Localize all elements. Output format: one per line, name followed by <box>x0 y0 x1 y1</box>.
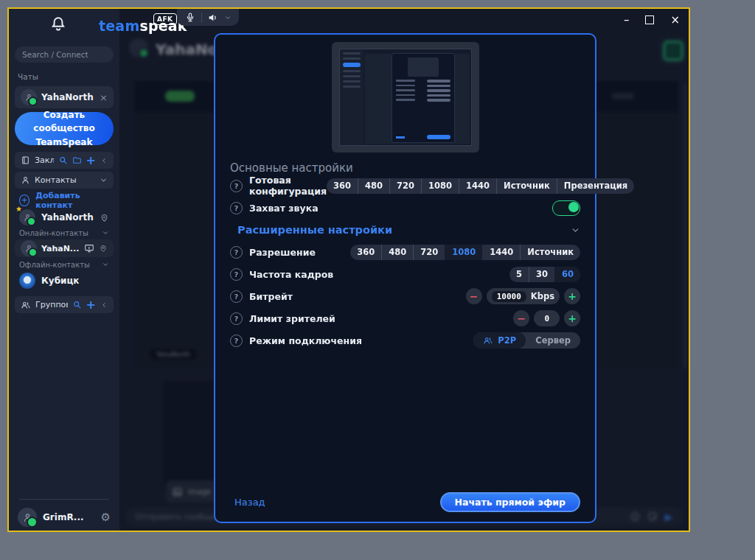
help-icon[interactable] <box>230 268 243 281</box>
online-contacts-header[interactable]: Онлайн-контакты <box>15 228 114 238</box>
bitrate-unit: Kbps <box>531 291 554 301</box>
chevron-down-icon[interactable] <box>224 14 232 21</box>
afk-status-badge[interactable]: AFK <box>153 13 177 25</box>
offline-contacts-header[interactable]: Офлайн-контакты <box>15 259 114 270</box>
screen-share-icon[interactable] <box>84 243 94 253</box>
avatar <box>21 240 37 256</box>
microphone-icon[interactable] <box>184 12 196 24</box>
close-chat-icon[interactable]: × <box>100 92 108 103</box>
audio-capture-toggle[interactable] <box>552 200 580 216</box>
spacer <box>230 351 580 492</box>
notifications-bell-icon[interactable] <box>49 15 68 34</box>
preview-modal <box>392 53 455 143</box>
location-pin-icon[interactable] <box>100 213 109 223</box>
limit-increase-button[interactable]: + <box>564 310 580 326</box>
create-community-button[interactable]: Создать сообщество TeamSpeak <box>15 112 114 145</box>
preset-row: Готовая конфигурация 360 480 720 1080 14… <box>230 175 580 197</box>
online-status-dot <box>27 517 38 528</box>
online-status-dot <box>28 97 38 106</box>
avatar <box>18 508 37 527</box>
preset-option-360[interactable]: 360 <box>327 178 358 194</box>
preset-option-1080[interactable]: 1080 <box>421 178 459 194</box>
groups-row[interactable]: Группов... + <box>15 296 114 313</box>
mode-option-server[interactable]: Сервер <box>526 332 580 349</box>
resolution-option-720[interactable]: 720 <box>413 245 445 260</box>
avatar <box>21 89 37 105</box>
contact-item-favorite[interactable]: ★ YahaNorth <box>15 209 114 226</box>
help-icon[interactable] <box>230 335 243 347</box>
limit-decrease-button[interactable]: − <box>513 310 529 326</box>
contacts-row[interactable]: Контакты <box>15 172 114 189</box>
add-bookmark-icon[interactable]: + <box>86 153 96 167</box>
connection-mode-label: Режим подключения <box>249 335 362 346</box>
help-icon[interactable] <box>230 202 243 214</box>
close-button[interactable]: × <box>670 15 680 25</box>
contact-item-offline[interactable]: Кубицк <box>15 271 114 290</box>
app-window: teamspeak AFK – × YahaNorth YahaNorth <box>7 7 690 532</box>
preset-option-720[interactable]: 720 <box>389 178 421 194</box>
online-header-label: Онлайн-контакты <box>19 229 88 237</box>
help-icon[interactable] <box>230 246 243 259</box>
bookmarks-row[interactable]: Закл... + <box>15 152 114 169</box>
fps-option-5[interactable]: 5 <box>509 267 529 282</box>
bitrate-value-pill: 10000 Kbps <box>487 288 560 304</box>
start-stream-button[interactable]: Начать прямой эфир <box>440 492 580 512</box>
help-icon[interactable] <box>230 180 243 192</box>
collapse-icon[interactable] <box>100 157 108 164</box>
fps-options: 5 30 60 <box>509 267 580 282</box>
chat-item-yahanorth[interactable]: YahaNorth × <box>15 86 114 108</box>
search-icon[interactable] <box>58 155 68 165</box>
audio-capture-label: Захват звука <box>249 203 319 214</box>
chevron-down-icon[interactable] <box>102 261 109 268</box>
avatar <box>19 273 35 289</box>
preset-option-1440[interactable]: 1440 <box>459 178 496 194</box>
advanced-settings-header[interactable]: Расширенные настройки <box>230 219 580 241</box>
resolution-option-1080-selected[interactable]: 1080 <box>445 245 482 260</box>
search-icon[interactable] <box>72 300 82 309</box>
modal-footer: Назад Начать прямой эфир <box>230 492 580 512</box>
audio-capture-row: Захват звука <box>230 197 580 219</box>
contacts-icon <box>21 175 30 185</box>
fps-option-30[interactable]: 30 <box>529 267 554 282</box>
bitrate-increase-button[interactable]: + <box>564 288 580 304</box>
add-group-icon[interactable]: + <box>86 298 96 312</box>
search-input[interactable]: Search / Connect <box>15 46 114 63</box>
current-user-row[interactable]: GrimR... ⚙ <box>15 505 114 529</box>
chat-name: YahaNorth <box>41 92 94 102</box>
add-contact-button[interactable]: + Добавить контакт <box>15 193 114 208</box>
preset-option-480[interactable]: 480 <box>358 178 389 194</box>
speaker-icon[interactable] <box>207 12 219 24</box>
chevron-down-icon[interactable] <box>102 229 109 237</box>
help-icon[interactable] <box>230 290 243 303</box>
chevron-down-icon[interactable] <box>571 225 580 235</box>
gear-icon[interactable]: ⚙ <box>101 511 111 524</box>
mode-option-p2p-selected[interactable]: P2P <box>473 332 526 349</box>
back-link[interactable]: Назад <box>234 497 265 508</box>
fps-label: Частота кадров <box>249 269 333 280</box>
maximize-button[interactable] <box>645 15 654 24</box>
minimize-button[interactable]: – <box>624 15 630 25</box>
preset-option-presentation[interactable]: Презентация <box>557 178 634 194</box>
resolution-option-360[interactable]: 360 <box>350 245 381 260</box>
resolution-option-source[interactable]: Источник <box>520 245 580 260</box>
preset-option-source[interactable]: Источник <box>496 178 557 194</box>
folder-icon[interactable] <box>72 155 82 165</box>
create-community-line1: Создать сообщество <box>15 108 114 136</box>
location-pin-icon[interactable] <box>99 244 108 253</box>
groups-label: Группов... <box>35 300 68 309</box>
resolution-option-480[interactable]: 480 <box>381 245 413 260</box>
help-icon[interactable] <box>230 312 243 325</box>
bitrate-value[interactable]: 10000 <box>492 291 526 302</box>
resolution-option-1440[interactable]: 1440 <box>482 245 520 260</box>
bitrate-decrease-button[interactable]: − <box>466 288 482 304</box>
limit-value[interactable]: 0 <box>539 313 554 324</box>
toggle-knob <box>568 202 579 212</box>
favorite-star-icon: ★ <box>15 205 22 213</box>
contact-name: Кубицк <box>41 276 79 286</box>
chevron-down-icon[interactable] <box>100 176 108 184</box>
collapse-icon[interactable] <box>100 301 108 309</box>
resolution-row: Разрешение 360 480 720 1080 1440 Источни… <box>230 241 580 263</box>
contact-item-online[interactable]: YahaN... <box>15 239 114 257</box>
preview-app-window <box>339 49 472 146</box>
fps-option-60-selected[interactable]: 60 <box>554 267 580 282</box>
